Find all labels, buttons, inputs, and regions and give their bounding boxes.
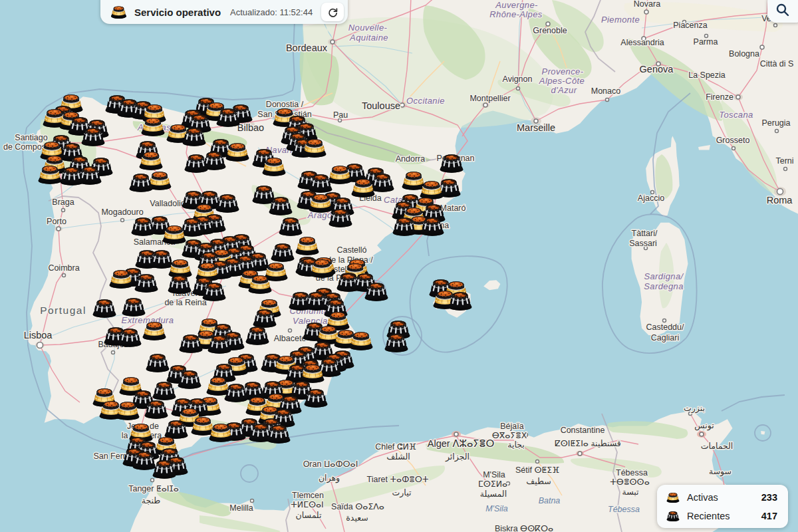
- city-dot: [606, 98, 609, 102]
- city-dot: [151, 479, 154, 482]
- city-dot: [775, 130, 779, 133]
- map-label: تبسة: [622, 487, 639, 497]
- map-label: وهران: [319, 473, 340, 483]
- map-label: Tébessa: [616, 468, 648, 477]
- map-label: Genova: [640, 64, 674, 74]
- map-label: Aquitaine: [349, 33, 388, 43]
- map-label: ⵜⴱⴻⵙⵙⴰ: [610, 477, 650, 487]
- map-label: Provence-: [542, 66, 584, 76]
- map-label: الجزائر: [445, 452, 469, 462]
- legend-row-recientes: Recientes 417: [657, 507, 788, 524]
- map-label: Albacete: [274, 334, 307, 343]
- map-label: Mogadouro: [101, 207, 143, 217]
- beacon-map-app: {"header":{"title":"Servicio operativo",…: [0, 0, 798, 532]
- city-dot: [777, 189, 783, 195]
- map-label: Tanger ⵟⴰⵏⵊⴰ: [128, 484, 179, 493]
- map-label: Alpes-Côte: [539, 76, 585, 86]
- map-label: ⵎⵙⵉⵍⴰ: [478, 479, 507, 489]
- map-label: ⴱⴳⴰⵢⴻⵝ: [492, 431, 527, 440]
- city-dot: [400, 103, 404, 107]
- map-label: Valladolid: [150, 199, 185, 208]
- map-label: المسيلة: [480, 489, 507, 499]
- city-dot: [663, 319, 666, 323]
- map-label: Tébessa: [608, 505, 640, 514]
- map-label: Ajaccio: [638, 194, 664, 203]
- map-label: Batna: [539, 496, 561, 505]
- map-label: تلمسان: [296, 511, 323, 520]
- updated-time: Actualizado: 11:52:44: [230, 7, 313, 17]
- city-dot: [454, 432, 458, 436]
- map-label: Città di S: [760, 59, 794, 68]
- map-label: Alessandria: [620, 38, 664, 47]
- map-label: Piemonte: [601, 15, 640, 25]
- map-label: Grenoble: [533, 26, 567, 35]
- city-dot: [536, 460, 539, 464]
- map-label: Coimbra: [48, 263, 79, 273]
- map-label: بنزرت: [684, 404, 705, 414]
- map-stage[interactable]: BordeauxToulouseMarseilleGenovaRomaLisbo…: [0, 0, 798, 532]
- city-dot: [578, 452, 582, 456]
- city-dot: [483, 103, 487, 107]
- legend-label: Activas: [687, 492, 718, 503]
- map-label: M'Sila: [483, 470, 505, 479]
- map-label: Donostia /: [266, 100, 304, 109]
- search-button[interactable]: [767, 0, 798, 23]
- map-label: Roma: [767, 195, 793, 205]
- map-label: Castelló: [336, 245, 366, 255]
- map-label: تيارت: [392, 488, 412, 498]
- city-dot: [784, 168, 787, 171]
- map-label: Rhône-Alpes: [489, 9, 543, 19]
- map-label: Monaco: [591, 86, 621, 96]
- beacon-icon: [110, 5, 128, 19]
- map-label: Oran ⵡⴰⵀⵔⴰⵏ: [303, 460, 358, 469]
- map-label: Marseille: [517, 122, 555, 133]
- map-label: Casteddu/: [646, 323, 685, 332]
- map-label: Chlef ⵛⵍⴼ: [375, 442, 416, 452]
- city-dot: [251, 499, 254, 503]
- base-map: BordeauxToulouseMarseilleGenovaRomaLisbo…: [0, 0, 798, 532]
- city-dot: [331, 40, 334, 44]
- beacon-active-icon: [666, 491, 680, 503]
- service-title: Servicio operativo: [134, 7, 221, 18]
- map-label: Occitanie: [406, 96, 445, 106]
- city-dot: [289, 329, 292, 332]
- search-icon: [775, 3, 790, 17]
- map-label: d'Azur: [551, 85, 577, 95]
- map-label: de la Reina: [164, 298, 206, 307]
- city-dot: [62, 209, 65, 212]
- map-label: Grosseto: [716, 136, 750, 145]
- map-label: سعيدة: [346, 513, 368, 523]
- status-bar: Servicio operativo Actualizado: 11:52:44: [100, 0, 348, 24]
- refresh-button[interactable]: [321, 3, 344, 21]
- map-label: سوسة: [709, 467, 732, 477]
- map-label: Bordeaux: [286, 43, 328, 53]
- map-label: Toscana: [719, 110, 753, 120]
- city-dot: [774, 24, 777, 27]
- map-label: Melilla: [229, 503, 253, 513]
- map-label: Porto: [47, 217, 66, 226]
- legend-row-activas: Activas 233: [657, 489, 788, 505]
- map-label: Alger ⴷⵣⴰⵢⴻⵔ: [428, 438, 495, 449]
- city-dot: [736, 95, 740, 99]
- map-label: الحمامات: [701, 442, 733, 451]
- city-dot: [700, 432, 704, 436]
- map-label: Terni: [775, 156, 793, 166]
- map-label: Montpellier: [469, 94, 510, 103]
- city-dot: [112, 351, 115, 354]
- map-label: Constantine: [561, 426, 605, 435]
- map-label: تونس: [694, 421, 714, 431]
- city-dot: [57, 227, 61, 231]
- city-dot: [37, 342, 43, 348]
- map-label: سطيف: [526, 477, 551, 486]
- refresh-icon: [327, 7, 338, 18]
- legend-value: 417: [761, 511, 777, 521]
- map-label: Tlemcen: [292, 491, 324, 500]
- map-label: Bilbao: [237, 122, 264, 133]
- map-label: Béjaïa: [500, 422, 523, 431]
- legend-label: Recientes: [687, 511, 730, 521]
- map-label: Parma: [694, 37, 718, 47]
- island-pantelleria: [761, 431, 765, 435]
- map-label: Andorra: [396, 154, 426, 164]
- map-label: Piacenza: [673, 21, 707, 30]
- map-label: بجاية: [507, 440, 525, 450]
